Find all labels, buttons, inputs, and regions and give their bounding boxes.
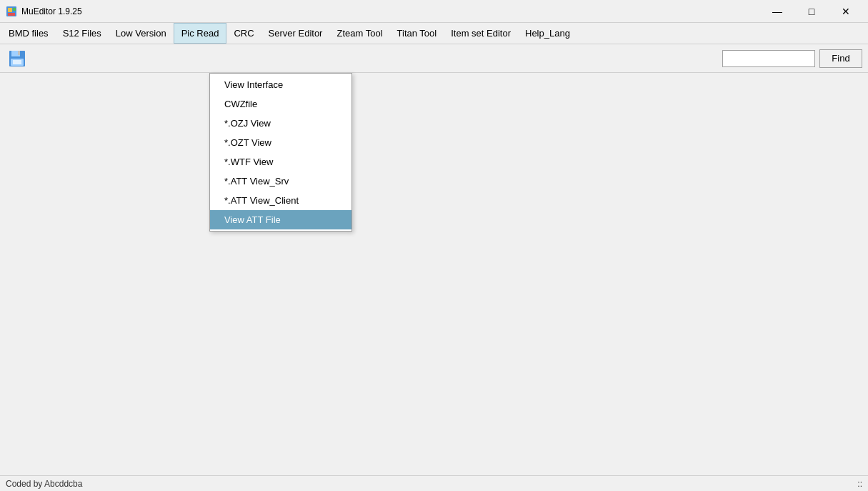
menu-item-zteam-tool[interactable]: Zteam Tool bbox=[329, 23, 389, 44]
find-button[interactable]: Find bbox=[819, 49, 862, 68]
save-button[interactable] bbox=[6, 47, 29, 70]
dropdown-menu: View InterfaceCWZfile*.OZJ View*.OZT Vie… bbox=[209, 73, 352, 232]
minimize-button[interactable]: — bbox=[761, 0, 794, 23]
title-bar-title: MuEditor 1.9.25 bbox=[21, 6, 761, 16]
dropdown-item-view-att-file[interactable]: View ATT File bbox=[210, 210, 351, 229]
toolbar: Find bbox=[0, 44, 868, 73]
svg-rect-2 bbox=[13, 8, 16, 11]
svg-rect-3 bbox=[8, 13, 15, 16]
title-bar-controls: — □ ✕ bbox=[761, 0, 862, 23]
search-area: Find bbox=[722, 49, 862, 68]
title-bar: MuEditor 1.9.25 — □ ✕ bbox=[0, 0, 868, 23]
dropdown-item-cwzfile[interactable]: CWZfile bbox=[210, 94, 351, 114]
svg-rect-8 bbox=[13, 60, 21, 64]
status-left: Coded by Abcddcba bbox=[6, 479, 82, 489]
close-button[interactable]: ✕ bbox=[829, 0, 862, 23]
svg-rect-1 bbox=[8, 8, 12, 12]
search-input[interactable] bbox=[722, 50, 815, 67]
svg-rect-6 bbox=[18, 51, 20, 55]
menu-item-server-editor[interactable]: Server Editor bbox=[261, 23, 330, 44]
menu-item-crc[interactable]: CRC bbox=[226, 23, 261, 44]
app-icon bbox=[6, 6, 17, 17]
dropdown-item-wtf-view[interactable]: *.WTF View bbox=[210, 152, 351, 172]
dropdown-item-att-view-srv[interactable]: *.ATT View_Srv bbox=[210, 172, 351, 191]
status-bar: Coded by Abcddcba :: bbox=[0, 475, 868, 491]
menu-item-titan-tool[interactable]: Titan Tool bbox=[390, 23, 444, 44]
dropdown-item-att-view-client[interactable]: *.ATT View_Client bbox=[210, 191, 351, 210]
status-right: :: bbox=[857, 479, 862, 489]
menu-item-low-version[interactable]: Low Version bbox=[109, 23, 174, 44]
menu-item-bmd-files[interactable]: BMD files bbox=[1, 23, 56, 44]
main-content: View InterfaceCWZfile*.OZJ View*.OZT Vie… bbox=[0, 73, 868, 475]
menu-item-item-set-editor[interactable]: Item set Editor bbox=[444, 23, 518, 44]
dropdown-item-ozt-view[interactable]: *.OZT View bbox=[210, 133, 351, 152]
maximize-button[interactable]: □ bbox=[795, 0, 828, 23]
dropdown-item-ozj-view[interactable]: *.OZJ View bbox=[210, 114, 351, 133]
dropdown-item-view-interface[interactable]: View Interface bbox=[210, 75, 351, 94]
menu-item-s12-files[interactable]: S12 Files bbox=[56, 23, 109, 44]
menu-bar: BMD filesS12 FilesLow VersionPic ReadCRC… bbox=[0, 23, 868, 44]
menu-item-help-lang[interactable]: Help_Lang bbox=[518, 23, 577, 44]
menu-item-pic-read[interactable]: Pic Read bbox=[174, 23, 227, 44]
